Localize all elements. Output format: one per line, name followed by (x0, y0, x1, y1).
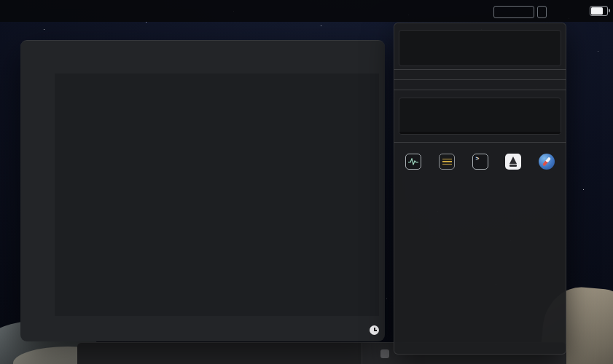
load-legend (394, 136, 566, 139)
menu-bar (0, 0, 613, 22)
uptime-section-title (394, 143, 566, 149)
cpu-core-bars-icon (493, 6, 534, 18)
panel-toolbar (394, 151, 566, 173)
cpu-area-svg (401, 32, 520, 64)
load-graph (399, 98, 561, 135)
battery-icon[interactable] (590, 6, 608, 16)
cpu-history-svg (55, 74, 379, 316)
stats-dropdown-panel (394, 23, 566, 355)
compass-icon[interactable] (539, 154, 555, 170)
cpu-graph (399, 30, 561, 66)
cpu-menubar-widget[interactable] (493, 4, 547, 18)
load-section-title (394, 90, 566, 97)
history-window (20, 40, 385, 341)
peak-load-label (399, 132, 561, 134)
terminal-icon[interactable] (472, 154, 488, 170)
gpu-section-title (394, 80, 566, 87)
activity-monitor-icon[interactable] (405, 154, 421, 170)
clock-icon[interactable] (370, 325, 379, 335)
cpu-history-chart (55, 74, 379, 316)
dashboard-display-icon[interactable] (439, 154, 455, 170)
processes-section-title (394, 70, 566, 76)
cpu-section-title (394, 23, 566, 29)
divider (362, 343, 362, 364)
status-widgets (493, 0, 608, 22)
cpu-cores-svg (523, 32, 559, 64)
auto-update-checkbox[interactable] (380, 349, 389, 358)
white-app-icon[interactable] (505, 154, 521, 170)
cpu-total-bar-icon (537, 6, 547, 18)
load-svg (399, 98, 561, 132)
